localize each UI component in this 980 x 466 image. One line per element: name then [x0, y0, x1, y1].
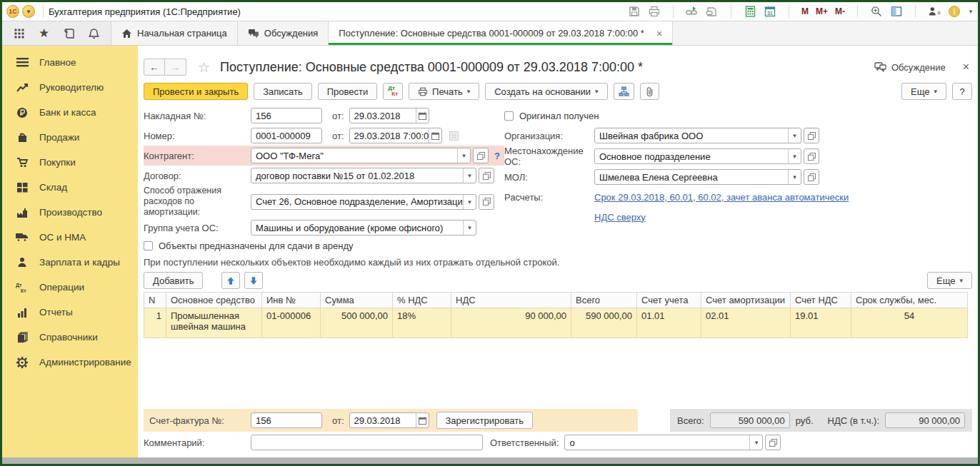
depreciation-method-combo[interactable]: Счет 26, Основное подразделение, Амортиз…: [251, 194, 476, 210]
save-icon[interactable]: [628, 5, 641, 18]
table-row[interactable]: 1 Промышленная швейная машина 01-000006 …: [144, 308, 968, 338]
more-button[interactable]: Еще▾: [901, 83, 946, 100]
memory-minus-button[interactable]: М-: [835, 6, 845, 16]
calendar-icon[interactable]: 31: [764, 5, 776, 18]
close-icon[interactable]: ×: [963, 61, 969, 74]
calculator-icon[interactable]: [744, 5, 756, 18]
field-help-link[interactable]: ?: [494, 151, 500, 161]
invoice-number-input[interactable]: 156: [251, 412, 322, 428]
tab-close-icon[interactable]: ×: [656, 28, 662, 39]
comment-input[interactable]: [251, 435, 483, 450]
sidebar-item-purchases[interactable]: Покупки: [2, 150, 138, 175]
col-header[interactable]: Основное средство: [166, 293, 262, 308]
cell-service-life[interactable]: 54: [851, 308, 968, 338]
table-more-button[interactable]: Еще▾: [927, 272, 972, 289]
cell-vat-account[interactable]: 19.01: [791, 308, 851, 338]
print-icon[interactable]: [648, 5, 661, 18]
notifications-bell-icon[interactable]: [81, 21, 106, 45]
get-link-icon[interactable]: [686, 5, 699, 18]
col-header[interactable]: Счет амортизации: [701, 293, 791, 308]
cell-n[interactable]: 1: [144, 308, 166, 338]
os-group-combo[interactable]: Машины и оборудование (кроме офисного) ▾: [251, 220, 476, 235]
main-menu-button[interactable]: ▼: [22, 5, 35, 18]
original-received-checkbox[interactable]: [504, 111, 514, 121]
sidebar-item-administration[interactable]: Администрирование: [2, 350, 138, 375]
col-header[interactable]: Инв №: [262, 293, 321, 308]
calendar-icon[interactable]: [416, 108, 429, 123]
chevron-down-icon[interactable]: ▼: [968, 9, 974, 15]
cell-vat[interactable]: 90 000,00: [451, 308, 571, 338]
chevron-down-icon[interactable]: ▾: [788, 128, 801, 143]
open-icon[interactable]: [765, 435, 781, 450]
sidebar-item-operations[interactable]: ДтКт Операции: [2, 275, 138, 300]
sidebar-item-salary-hr[interactable]: Зарплата и кадры: [2, 250, 138, 275]
memory-plus-button[interactable]: М+: [816, 6, 828, 16]
chevron-down-icon[interactable]: ▾: [788, 170, 801, 184]
sidebar-item-manager[interactable]: Руководителю: [2, 75, 138, 100]
invoice-reg-date-input[interactable]: 29.03.2018: [349, 412, 429, 428]
col-header[interactable]: N: [144, 293, 166, 308]
tab-home[interactable]: Начальная страница: [111, 21, 238, 45]
sidebar-item-main[interactable]: Главное: [2, 50, 138, 75]
register-invoice-button[interactable]: Зарегистрировать: [436, 412, 533, 429]
open-icon[interactable]: [804, 148, 819, 164]
contract-combo[interactable]: договор поставки №15 от 01.02.2018 ▾: [251, 168, 476, 183]
responsible-combo[interactable]: о ▾: [564, 435, 763, 450]
rent-checkbox[interactable]: [144, 241, 153, 250]
cell-account[interactable]: 01.01: [637, 308, 701, 338]
split-panels-icon[interactable]: [890, 5, 903, 18]
move-up-button[interactable]: [221, 272, 240, 289]
forward-button[interactable]: →: [165, 59, 186, 76]
user-icon[interactable]: o: [928, 5, 941, 18]
create-on-basis-button[interactable]: Создать на основании▾: [485, 83, 607, 100]
document-number-input[interactable]: 0001-000009: [251, 128, 322, 143]
sidebar-item-fixed-assets[interactable]: ОС и НМА: [2, 225, 138, 250]
print-button[interactable]: Печать▾: [409, 83, 479, 100]
col-header[interactable]: % НДС: [393, 293, 451, 308]
calendar-icon[interactable]: [416, 413, 429, 427]
post-button[interactable]: Провести: [318, 83, 378, 100]
cell-asset[interactable]: Промышленная швейная машина: [166, 308, 262, 338]
dt-kt-button[interactable]: ДтКт: [383, 83, 403, 100]
document-date-input[interactable]: 29.03.2018 7:00:00: [349, 128, 442, 143]
chevron-down-icon[interactable]: ▾: [749, 435, 762, 450]
tab-discussions[interactable]: Обсуждения: [238, 21, 329, 45]
organization-combo[interactable]: Швейная фабрика ООО ▾: [594, 128, 801, 143]
invoice-no-input[interactable]: 156: [251, 108, 322, 123]
chevron-down-icon[interactable]: ▾: [788, 149, 801, 163]
col-header[interactable]: Счет учета: [637, 293, 701, 308]
open-icon[interactable]: [804, 128, 819, 143]
help-button[interactable]: ?: [952, 83, 972, 100]
col-header[interactable]: НДС: [451, 293, 571, 308]
settlements-link[interactable]: Срок 29.03.2018, 60.01, 60.02, зачет ава…: [594, 192, 849, 203]
sidebar-item-bank-cash[interactable]: Банк и касса: [2, 100, 138, 125]
history-icon[interactable]: [56, 21, 81, 45]
col-header[interactable]: Всего: [571, 293, 637, 308]
calendar-icon[interactable]: [429, 128, 441, 143]
open-icon[interactable]: [479, 194, 494, 210]
chevron-down-icon[interactable]: ▾: [457, 148, 470, 163]
go-to-link-icon[interactable]: [706, 5, 719, 18]
post-and-close-button[interactable]: Провести и закрыть: [144, 83, 248, 100]
col-header[interactable]: Срок службы, мес.: [851, 293, 968, 308]
discussion-button[interactable]: Обсуждение: [874, 62, 946, 73]
col-header[interactable]: Сумма: [321, 293, 393, 308]
attachment-button[interactable]: [640, 83, 659, 100]
favorites-star-icon[interactable]: ★: [31, 21, 56, 45]
chevron-down-icon[interactable]: ▾: [463, 168, 476, 183]
apps-grid-icon[interactable]: [6, 21, 31, 45]
chevron-down-icon[interactable]: ▾: [463, 221, 476, 235]
invoice-date-input[interactable]: 29.03.2018: [349, 108, 429, 123]
mol-combo[interactable]: Шмелева Елена Сергеевна ▾: [594, 169, 801, 185]
move-down-button[interactable]: [244, 272, 263, 289]
back-button[interactable]: ←: [144, 59, 165, 76]
write-button[interactable]: Записать: [254, 83, 312, 100]
cell-inventory-number-selected[interactable]: 01-000006: [262, 308, 321, 338]
os-location-combo[interactable]: Основное подразделение ▾: [594, 148, 801, 164]
sidebar-item-sales[interactable]: Продажи: [2, 125, 138, 150]
open-icon[interactable]: [473, 148, 489, 163]
vat-mode-link[interactable]: НДС сверху: [594, 212, 646, 223]
add-row-button[interactable]: Добавить: [144, 272, 203, 289]
open-icon[interactable]: [804, 169, 819, 185]
sidebar-item-directories[interactable]: Справочники: [2, 325, 138, 350]
